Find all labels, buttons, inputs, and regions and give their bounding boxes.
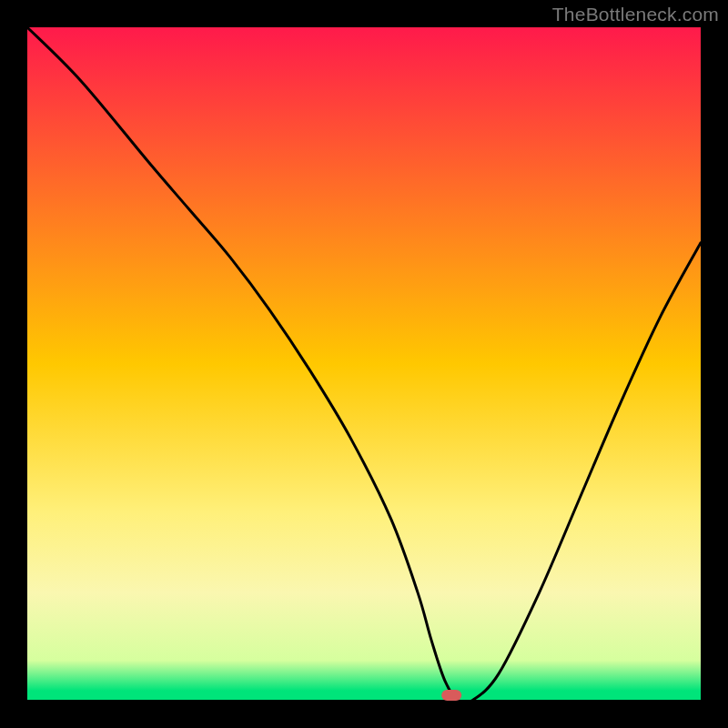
optimal-marker xyxy=(441,690,461,701)
border-right xyxy=(701,0,728,728)
border-left xyxy=(0,0,27,728)
plot-area xyxy=(27,27,701,701)
chart-frame: TheBottleneck.com xyxy=(0,0,728,728)
bottleneck-chart xyxy=(0,0,728,728)
border-bottom xyxy=(0,701,728,728)
